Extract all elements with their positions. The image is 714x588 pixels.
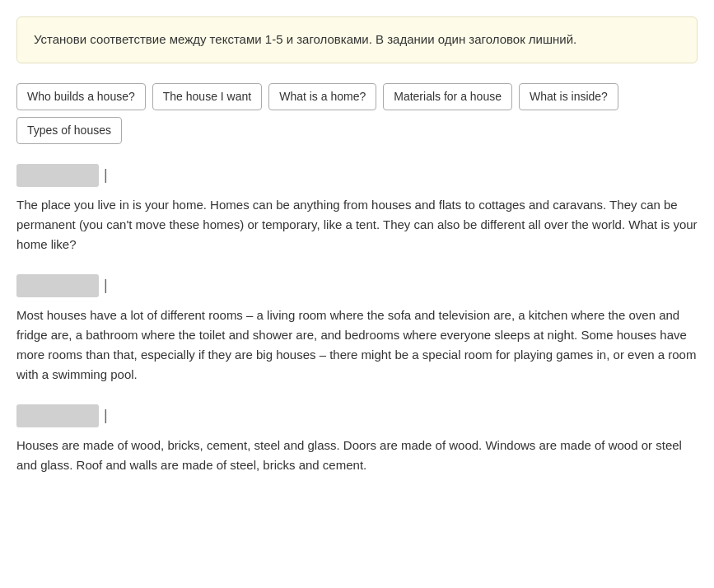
section-3: |Houses are made of wood, bricks, cement… <box>16 404 698 475</box>
answer-pipe-1: | <box>104 164 108 186</box>
answer-box-1[interactable] <box>16 164 99 187</box>
paragraph-text-1: The place you live in is your home. Home… <box>16 195 698 254</box>
section-1: |The place you live in is your home. Hom… <box>16 164 698 254</box>
answer-slot-1[interactable]: | <box>16 164 698 187</box>
answer-slot-3[interactable]: | <box>16 404 698 427</box>
sections-container: |The place you live in is your home. Hom… <box>16 164 698 475</box>
section-2: |Most houses have a lot of different roo… <box>16 274 698 385</box>
tag-tag3[interactable]: What is a home? <box>268 83 376 110</box>
tags-container: Who builds a house?The house I wantWhat … <box>16 83 698 144</box>
answer-box-2[interactable] <box>16 274 99 297</box>
instruction-text: Установи соответствие между текстами 1-5… <box>34 32 576 46</box>
tag-tag5[interactable]: What is inside? <box>519 83 618 110</box>
tag-tag6[interactable]: Types of houses <box>16 117 122 144</box>
instruction-box: Установи соответствие между текстами 1-5… <box>16 16 698 63</box>
answer-slot-2[interactable]: | <box>16 274 698 297</box>
paragraph-text-2: Most houses have a lot of different room… <box>16 306 698 385</box>
answer-pipe-3: | <box>104 404 108 427</box>
tag-tag4[interactable]: Materials for a house <box>383 83 512 110</box>
paragraph-text-3: Houses are made of wood, bricks, cement,… <box>16 436 698 475</box>
answer-box-3[interactable] <box>16 404 99 427</box>
tag-tag1[interactable]: Who builds a house? <box>16 83 146 110</box>
tag-tag2[interactable]: The house I want <box>152 83 262 110</box>
answer-pipe-2: | <box>104 274 108 296</box>
